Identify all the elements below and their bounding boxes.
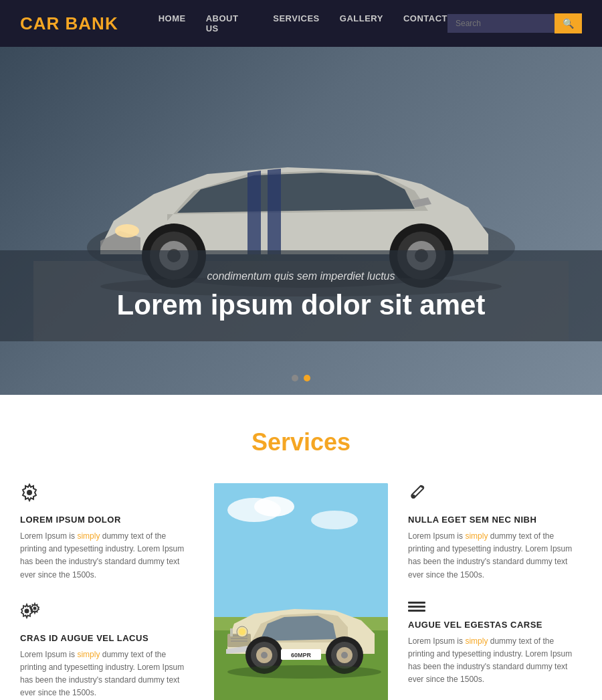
services-right-column: NULLA EGET SEM NEC NIBH Lorem Ipsum is s… [408,483,582,687]
hero-dots [292,375,310,381]
svg-rect-27 [230,628,233,636]
svg-text:60MPR: 60MPR [291,652,312,659]
gear-icon [20,483,194,507]
service-name-1: LOREM IPSUM DOLOR [20,515,194,525]
hero-title: Lorem ipsum dolor sit amet [33,289,569,321]
service-name-4: AUGUE VEL EGESTAS CARSE [408,620,582,630]
svg-point-13 [25,608,29,613]
svg-point-12 [27,490,32,495]
main-nav: HOME ABOUT US SERVICES GALLERY CONTACT [159,13,447,33]
services-center-image: 60MPR [214,483,388,700]
service-name-3: NULLA EGET SEM NEC NIBH [408,515,582,525]
svg-point-39 [411,495,415,499]
lines-icon [408,602,425,612]
site-logo: CAR BANK [20,13,118,34]
nav-about[interactable]: ABOUT US [206,13,254,33]
svg-point-17 [254,497,294,517]
search-button[interactable]: 🔍 [555,13,582,33]
site-header: CAR BANK HOME ABOUT US SERVICES GALLERY … [0,0,602,47]
service-item-2: CRAS ID AUGUE VEL LACUS Lorem Ipsum is s… [20,602,194,700]
nav-gallery[interactable]: GALLERY [340,13,383,33]
nav-contact[interactable]: CONTACT [403,13,447,33]
service-item-1: LOREM IPSUM DOLOR Lorem Ipsum is simply … [20,483,194,582]
svg-point-14 [33,606,37,610]
hero-text-overlay: condimentum quis sem imperdiet luctus Lo… [0,250,602,341]
svg-point-26 [239,628,245,635]
svg-point-18 [311,511,358,529]
service-item-4: AUGUE VEL EGESTAS CARSE Lorem Ipsum is s… [408,602,582,687]
gears-icon [20,602,194,625]
svg-point-38 [227,665,381,679]
hero-dot-2[interactable] [304,375,310,381]
services-section: Services LOREM IPSUM DOLOR Lorem Ipsum i… [0,395,602,700]
wrench-icon [408,483,582,507]
service-item-3: NULLA EGET SEM NEC NIBH Lorem Ipsum is s… [408,483,582,582]
hero-subtitle: condimentum quis sem imperdiet luctus [33,270,569,282]
service-name-2: CRAS ID AUGUE VEL LACUS [20,633,194,643]
service-desc-1: Lorem Ipsum is simply dummy text of the … [20,530,194,582]
service-desc-3: Lorem Ipsum is simply dummy text of the … [408,530,582,582]
services-grid: LOREM IPSUM DOLOR Lorem Ipsum is simply … [20,483,582,700]
nav-home[interactable]: HOME [159,13,186,33]
service-desc-4: Lorem Ipsum is simply dummy text of the … [408,635,582,687]
svg-point-35 [341,652,348,659]
svg-point-10 [115,224,139,238]
svg-point-31 [261,652,268,659]
search-input[interactable] [447,14,555,33]
nav-services[interactable]: SERVICES [273,13,320,33]
search-bar: 🔍 [447,13,582,33]
hero-dot-1[interactable] [292,375,298,381]
services-title: Services [20,428,582,456]
services-left-column: LOREM IPSUM DOLOR Lorem Ipsum is simply … [20,483,194,700]
service-desc-2: Lorem Ipsum is simply dummy text of the … [20,648,194,700]
hero-section: condimentum quis sem imperdiet luctus Lo… [0,47,602,395]
